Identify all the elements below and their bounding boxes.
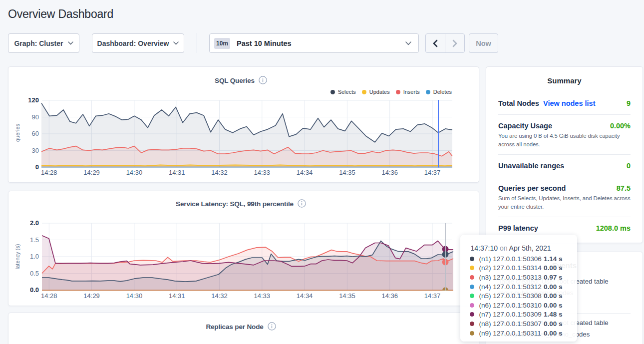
- svg-text:1.5: 1.5: [30, 236, 39, 244]
- svg-text:14:31: 14:31: [169, 292, 185, 300]
- svg-text:14:35: 14:35: [339, 169, 355, 176]
- svg-text:14:29: 14:29: [83, 292, 100, 300]
- svg-text:14:36: 14:36: [381, 169, 398, 176]
- svg-text:60: 60: [32, 130, 39, 137]
- svg-text:0.0: 0.0: [30, 286, 39, 294]
- svg-text:14:33: 14:33: [254, 292, 271, 300]
- svg-text:14:37: 14:37: [424, 292, 441, 300]
- svg-text:14:29: 14:29: [83, 169, 100, 176]
- svg-text:14:32: 14:32: [211, 292, 228, 300]
- svg-text:14:37: 14:37: [424, 169, 441, 176]
- svg-text:14:33: 14:33: [254, 169, 271, 176]
- svg-text:14:30: 14:30: [126, 169, 143, 176]
- svg-text:14:30: 14:30: [126, 292, 143, 300]
- svg-text:14:28: 14:28: [41, 292, 57, 300]
- svg-text:14:34: 14:34: [297, 169, 313, 176]
- svg-text:14:32: 14:32: [211, 169, 228, 176]
- svg-text:0: 0: [35, 163, 39, 171]
- svg-text:0.5: 0.5: [30, 270, 39, 277]
- svg-text:2.0: 2.0: [30, 219, 39, 227]
- svg-text:queries: queries: [14, 123, 20, 142]
- svg-text:14:31: 14:31: [169, 169, 185, 176]
- svg-text:latency (s): latency (s): [14, 244, 20, 270]
- svg-text:90: 90: [32, 113, 39, 121]
- svg-text:1.0: 1.0: [30, 253, 39, 260]
- svg-text:14:28: 14:28: [41, 169, 57, 176]
- svg-text:14:35: 14:35: [339, 292, 355, 300]
- svg-text:120: 120: [28, 96, 39, 104]
- svg-text:14:34: 14:34: [297, 292, 313, 300]
- svg-text:30: 30: [32, 147, 39, 154]
- svg-text:14:36: 14:36: [381, 292, 398, 300]
